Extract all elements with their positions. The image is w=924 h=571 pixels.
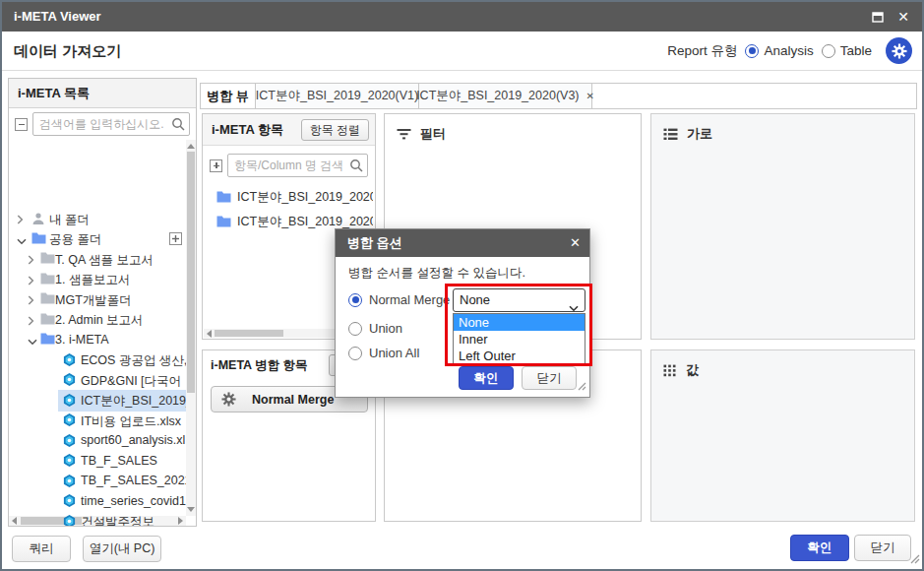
tree-item[interactable]: 1. 샘플보고서 <box>9 270 186 289</box>
sidebar-search-input[interactable] <box>32 112 190 136</box>
user-icon <box>31 212 45 228</box>
sidebar: i-META 목록 내 폴더공용 폴더T. QA 샘플 보고서1. 샘플보고서M… <box>8 78 197 527</box>
expand-all-icon[interactable] <box>210 159 222 172</box>
tree-item-label: 3. i-META <box>55 333 186 347</box>
dialog-cancel-button[interactable]: 닫기 <box>522 366 577 390</box>
items-search-input[interactable] <box>227 154 368 177</box>
imeta-item-label: ICT분야_BSI_2019_2020(V1) <box>237 190 373 204</box>
chevron-right-icon[interactable] <box>28 254 34 268</box>
query-button[interactable]: 쿼리 <box>12 536 71 562</box>
folder-blue-icon <box>31 232 46 247</box>
cube-icon <box>63 475 76 490</box>
dropdown-option[interactable]: Inner <box>454 331 585 348</box>
sidebar-search-row <box>9 108 196 140</box>
tree-item-label: 공용 폴더 <box>49 231 186 248</box>
cube-icon <box>63 494 76 510</box>
radio-table-circle[interactable] <box>822 44 835 58</box>
tab-close-icon[interactable]: ✕ <box>586 91 594 101</box>
folder-gray-icon <box>40 273 55 287</box>
tree-item[interactable]: TB_F_SALES <box>9 451 186 471</box>
folder-gray-icon <box>40 292 55 307</box>
values-panel-label: 값 <box>686 361 699 379</box>
tree-item[interactable]: ICT분야_BSI_2019_ <box>9 391 186 411</box>
radio-union-all[interactable]: Union All <box>348 346 419 360</box>
columns-drop-panel[interactable]: 가로 <box>650 113 915 340</box>
chevron-right-icon[interactable] <box>28 275 34 288</box>
sort-items-button[interactable]: 항목 정렬 <box>301 119 369 141</box>
dialog-resize-grip[interactable] <box>578 377 586 395</box>
grid-dots-icon <box>663 364 677 377</box>
normal-merge-label: Normal Merge <box>252 393 334 407</box>
tree-item[interactable]: 3. i-META <box>9 330 186 349</box>
dropdown-option[interactable]: Left Outer <box>454 348 585 364</box>
cube-icon <box>63 515 76 527</box>
maximize-icon <box>872 12 884 23</box>
tree-item-label: GDP&GNI [다국어 <box>81 373 186 390</box>
tree-item[interactable]: T. QA 샘플 보고서 <box>9 249 186 269</box>
tree-item-label: 2. Admin 보고서 <box>55 312 186 329</box>
dropdown-option[interactable]: None <box>454 314 585 331</box>
radio-table[interactable]: Table <box>822 43 872 58</box>
dialog-close-button[interactable]: ✕ <box>570 229 581 257</box>
tree-item[interactable]: MGT개발폴더 <box>9 289 186 309</box>
tree-item-label: IT비용 업로드.xlsx <box>81 413 186 430</box>
radio-table-label: Table <box>840 43 872 58</box>
tree-item[interactable]: TB_F_SALES_20210 <box>9 472 186 491</box>
radio-normal-merge[interactable]: Normal Merge <box>348 292 450 307</box>
page-title: 데이터 가져오기 <box>14 32 121 70</box>
tree-item[interactable]: 2. Admin 보고서 <box>9 310 186 330</box>
tab-dataset-v3[interactable]: ICT분야_BSI_2019_2020(V3)✕ <box>419 84 592 108</box>
tree-item-label: ECOS 광공업 생산, <box>81 352 186 369</box>
rows-list-icon <box>663 128 678 141</box>
tree-item-label: T. QA 샘플 보고서 <box>55 252 186 269</box>
maximize-button[interactable] <box>865 2 891 32</box>
tree-item[interactable]: 공용 폴더 <box>9 229 186 249</box>
chevron-down-icon[interactable] <box>28 335 37 349</box>
tree-item[interactable]: IT비용 업로드.xlsx <box>9 411 186 430</box>
filter-panel-label: 필터 <box>420 125 446 143</box>
tree-item[interactable]: time_series_covid1 <box>9 491 186 511</box>
values-drop-panel[interactable]: 값 <box>650 349 915 522</box>
window-close-button[interactable]: ✕ <box>891 2 916 32</box>
open-pc-button[interactable]: 열기(내 PC) <box>83 536 161 562</box>
tree-item[interactable]: ECOS 광공업 생산, <box>9 350 186 370</box>
merge-order-option-list: NoneInnerLeft Outer <box>453 313 585 365</box>
sidebar-title: i-META 목록 <box>9 79 196 108</box>
confirm-button[interactable]: 확인 <box>790 535 849 561</box>
chevron-down-icon[interactable] <box>17 234 27 248</box>
tree-item-label: 1. 샘플보고서 <box>55 272 186 288</box>
close-icon: ✕ <box>897 9 909 25</box>
search-icon <box>171 117 185 135</box>
tree-item[interactable]: sport60_analysis.xl <box>9 431 186 451</box>
folder-gray-icon <box>40 313 55 328</box>
chevron-right-icon[interactable] <box>28 315 34 329</box>
folder-gray-icon <box>40 252 55 267</box>
radio-analysis-circle[interactable] <box>745 44 759 58</box>
dialog-message: 병합 순서를 설정할 수 있습니다. <box>348 265 525 282</box>
tree-item[interactable]: GDP&GNI [다국어 <box>9 370 186 390</box>
tree-vertical-scrollbar[interactable] <box>186 140 196 516</box>
radio-union[interactable]: Union <box>348 321 402 336</box>
folder-tree: 내 폴더공용 폴더T. QA 샘플 보고서1. 샘플보고서MGT개발폴더2. A… <box>9 140 196 526</box>
search-icon <box>349 159 363 176</box>
imeta-item-label: ICT분야_BSI_2019_2020(V3) <box>237 215 373 228</box>
dialog-ok-button[interactable]: 확인 <box>459 366 514 390</box>
tab-merge-view[interactable]: 병합 뷰 <box>201 84 256 108</box>
collapse-all-icon[interactable] <box>15 118 28 131</box>
tab-dataset-v1[interactable]: ICT분야_BSI_2019_2020(V1) <box>256 84 419 108</box>
close-button[interactable]: 닫기 <box>854 535 911 561</box>
chevron-right-icon[interactable] <box>17 214 24 227</box>
imeta-item[interactable]: ICT분야_BSI_2019_2020(V1) <box>216 189 373 209</box>
settings-button[interactable] <box>886 37 912 64</box>
tree-item[interactable]: 내 폴더 <box>9 209 186 228</box>
radio-analysis[interactable]: Analysis <box>745 43 813 58</box>
dialog-titlebar: 병합 옵션 ✕ <box>336 229 589 257</box>
gear-icon <box>221 392 236 407</box>
radio-analysis-label: Analysis <box>764 43 813 58</box>
merge-order-select[interactable]: None <box>453 288 585 312</box>
tree-item-label: time_series_covid1 <box>81 494 186 508</box>
app-window: i-META Viewer ✕ 데이터 가져오기 Report 유형 Analy… <box>0 0 924 571</box>
columns-panel-label: 가로 <box>687 125 712 143</box>
chevron-right-icon[interactable] <box>28 294 34 308</box>
window-resize-grip[interactable] <box>909 550 920 568</box>
